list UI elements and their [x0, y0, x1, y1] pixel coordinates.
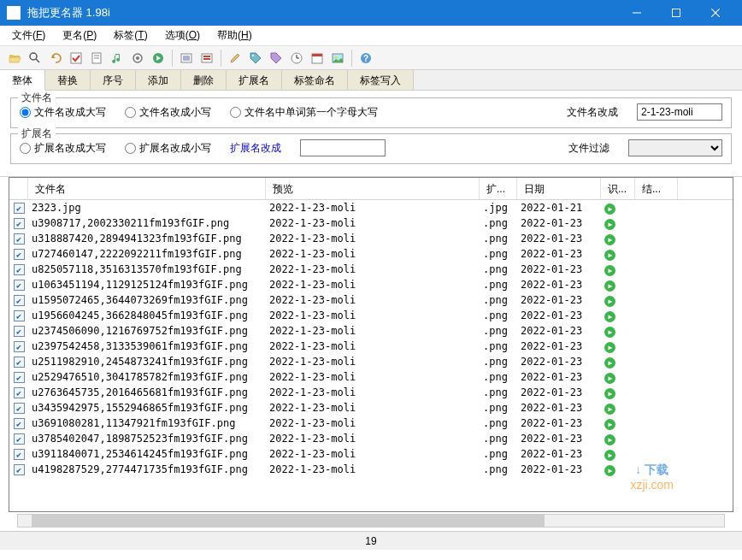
- play-icon[interactable]: ▶: [604, 250, 615, 261]
- menu-h[interactable]: 帮助(H): [209, 26, 261, 45]
- document-icon[interactable]: [87, 49, 106, 68]
- radio-ext-upper[interactable]: 扩展名改成大写: [20, 141, 106, 156]
- radio-filename-capitalize[interactable]: 文件名中单词第一个字母大写: [230, 105, 378, 120]
- play-icon[interactable]: ▶: [604, 280, 615, 292]
- list-bold-icon[interactable]: [197, 49, 216, 68]
- row-checkbox[interactable]: ✔: [14, 233, 25, 245]
- header-id[interactable]: 识...: [601, 178, 635, 199]
- table-row[interactable]: ✔u1595072465,3644073269fm193fGIF.png2022…: [9, 292, 733, 308]
- close-button[interactable]: [696, 0, 735, 26]
- play-icon[interactable]: ▶: [604, 373, 615, 384]
- row-checkbox[interactable]: ✔: [14, 357, 25, 368]
- play-icon[interactable]: ▶: [604, 404, 615, 415]
- undo-icon[interactable]: [46, 49, 65, 68]
- row-checkbox[interactable]: ✔: [14, 326, 25, 337]
- play-icon[interactable]: ▶: [604, 311, 615, 322]
- music-gear-icon[interactable]: [128, 49, 147, 68]
- row-checkbox[interactable]: ✔: [14, 218, 25, 229]
- row-checkbox[interactable]: ✔: [14, 264, 25, 275]
- table-row[interactable]: ✔u2529476510,3041785782fm193fGIF.png2022…: [9, 369, 733, 385]
- minimize-button[interactable]: [617, 0, 657, 26]
- radio-filename-lower[interactable]: 文件名改成小写: [125, 105, 211, 120]
- header-preview[interactable]: 预览: [266, 178, 480, 199]
- play-icon[interactable]: ▶: [604, 296, 615, 307]
- play-icon[interactable]: ▶: [604, 234, 615, 245]
- tab-1[interactable]: 替换: [45, 70, 91, 90]
- table-row[interactable]: ✔u727460147,2222092211fm193fGIF.png2022-…: [9, 246, 733, 262]
- play-icon[interactable]: ▶: [604, 265, 615, 276]
- header-ext[interactable]: 扩...: [480, 178, 517, 199]
- row-checkbox[interactable]: ✔: [14, 341, 25, 352]
- check-icon[interactable]: [67, 49, 85, 68]
- header-checkbox[interactable]: [9, 178, 28, 199]
- image-icon[interactable]: [328, 49, 347, 68]
- radio-filename-upper[interactable]: 文件名改成大写: [20, 105, 106, 120]
- tab-6[interactable]: 标签命名: [282, 70, 348, 90]
- play-icon[interactable]: ▶: [604, 465, 615, 476]
- table-row[interactable]: ✔u3911840071,2534614245fm193fGIF.png2022…: [9, 446, 733, 462]
- help-icon[interactable]: ?: [356, 49, 375, 68]
- horizontal-scrollbar[interactable]: [17, 514, 725, 528]
- row-checkbox[interactable]: ✔: [14, 249, 25, 260]
- tab-7[interactable]: 标签写入: [348, 70, 414, 90]
- row-checkbox[interactable]: ✔: [14, 449, 25, 460]
- table-row[interactable]: ✔u2374506090,1216769752fm193fGIF.png2022…: [9, 323, 733, 339]
- radio-ext-lower[interactable]: 扩展名改成小写: [125, 141, 211, 156]
- rename-to-input[interactable]: [637, 103, 722, 121]
- maximize-button[interactable]: [657, 0, 696, 26]
- menu-f[interactable]: 文件(F): [3, 26, 54, 45]
- table-row[interactable]: ✔u3785402047,1898752523fm193fGIF.png2022…: [9, 431, 733, 446]
- table-row[interactable]: ✔u2511982910,2454873241fm193fGIF.png2022…: [9, 354, 733, 369]
- table-row[interactable]: ✔u2397542458,3133539061fm193fGIF.png2022…: [9, 339, 733, 354]
- row-checkbox[interactable]: ✔: [14, 403, 25, 414]
- tab-4[interactable]: 删除: [181, 70, 227, 90]
- folder-open-icon[interactable]: [5, 49, 24, 68]
- table-row[interactable]: ✔u318887420,2894941323fm193fGIF.png2022-…: [9, 231, 733, 246]
- file-list-body[interactable]: ✔2323.jpg2022-1-23-moli.jpg2022-01-21▶✔u…: [9, 200, 733, 511]
- row-checkbox[interactable]: ✔: [14, 418, 25, 429]
- tag-icon[interactable]: [246, 49, 265, 68]
- tab-5[interactable]: 扩展名: [227, 70, 282, 90]
- row-checkbox[interactable]: ✔: [14, 387, 25, 398]
- row-checkbox[interactable]: ✔: [14, 295, 25, 306]
- tab-0[interactable]: 整体: [0, 70, 45, 91]
- ext-to-label[interactable]: 扩展名改成: [230, 141, 281, 156]
- file-filter-select[interactable]: [628, 139, 722, 156]
- play-icon[interactable]: ▶: [604, 419, 615, 430]
- play-icon[interactable]: ▶: [604, 327, 615, 338]
- row-checkbox[interactable]: ✔: [14, 203, 25, 214]
- table-row[interactable]: ✔u1956604245,3662848045fm193fGIF.png2022…: [9, 308, 733, 323]
- table-row[interactable]: ✔u3691080281,11347921fm193fGIF.png2022-1…: [9, 416, 733, 431]
- clock-icon[interactable]: [287, 49, 306, 68]
- row-checkbox[interactable]: ✔: [14, 310, 25, 321]
- clock-date-icon[interactable]: [308, 49, 327, 68]
- list-icon[interactable]: [177, 49, 196, 68]
- play-icon[interactable]: ▶: [604, 450, 615, 461]
- row-checkbox[interactable]: ✔: [14, 372, 25, 383]
- play-icon[interactable]: ▶: [604, 219, 615, 230]
- table-row[interactable]: ✔u2763645735,2016465681fm193fGIF.png2022…: [9, 385, 733, 400]
- row-checkbox[interactable]: ✔: [14, 464, 25, 475]
- row-checkbox[interactable]: ✔: [14, 433, 25, 445]
- play-icon[interactable]: ▶: [604, 434, 615, 445]
- tab-3[interactable]: 添加: [136, 70, 181, 90]
- play-icon[interactable]: ▶: [604, 357, 615, 368]
- menu-p[interactable]: 更名(P): [54, 26, 105, 45]
- menu-t[interactable]: 标签(T): [105, 26, 156, 45]
- play-icon[interactable]: ▶: [604, 342, 615, 353]
- table-row[interactable]: ✔2323.jpg2022-1-23-moli.jpg2022-01-21▶: [9, 200, 733, 215]
- play-icon[interactable]: ▶: [604, 203, 615, 215]
- header-filename[interactable]: 文件名: [28, 178, 266, 199]
- play-icon[interactable]: ▶: [604, 388, 615, 399]
- header-date[interactable]: 日期: [517, 178, 601, 199]
- header-result[interactable]: 结...: [635, 178, 678, 199]
- ext-to-input[interactable]: [300, 139, 386, 156]
- music-note-icon[interactable]: [108, 49, 127, 68]
- tab-2[interactable]: 序号: [91, 70, 136, 90]
- search-icon[interactable]: [26, 49, 44, 68]
- table-row[interactable]: ✔u3435942975,1552946865fm193fGIF.png2022…: [9, 400, 733, 416]
- table-row[interactable]: ✔u3908717,2002330211fm193fGIF.png2022-1-…: [9, 215, 733, 231]
- table-row[interactable]: ✔u825057118,3516313570fm193fGIF.png2022-…: [9, 262, 733, 277]
- table-row[interactable]: ✔u4198287529,2774471735fm193fGIF.png2022…: [9, 462, 733, 477]
- row-checkbox[interactable]: ✔: [14, 280, 25, 291]
